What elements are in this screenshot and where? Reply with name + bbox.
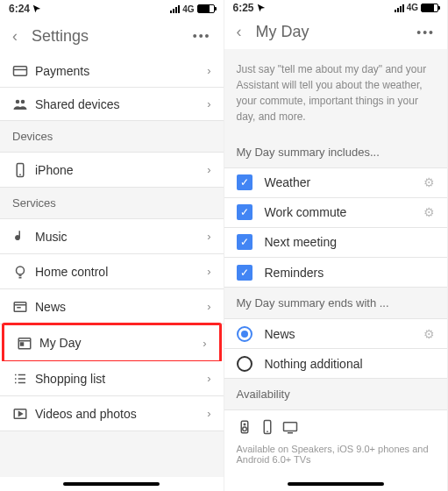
availability-icons <box>224 410 448 444</box>
section-devices: Devices <box>0 121 224 153</box>
header: ‹ My Day ••• <box>224 16 448 49</box>
list-icon <box>12 371 35 387</box>
section-includes: My Day summary includes... <box>224 137 448 168</box>
chevron-icon: › <box>207 265 210 278</box>
battery-icon <box>421 4 438 12</box>
gear-icon[interactable]: ⚙ <box>423 205 435 219</box>
row-shared-devices[interactable]: Shared devices › <box>0 88 224 121</box>
header: ‹ Settings ••• <box>0 18 224 54</box>
row-label: Home control <box>35 265 207 279</box>
checkbox-checked[interactable]: ✓ <box>237 174 252 190</box>
row-music[interactable]: Music › <box>0 219 224 254</box>
svg-point-24 <box>242 427 246 431</box>
signal-icon <box>395 4 404 12</box>
more-button[interactable]: ••• <box>193 29 211 43</box>
location-icon <box>32 4 41 13</box>
row-label: News <box>265 327 424 341</box>
tv-icon <box>282 419 298 435</box>
time: 6:24 <box>9 3 30 15</box>
status-bar: 6:24 4G <box>0 0 224 18</box>
location-icon <box>257 4 266 12</box>
row-label: Videos and photos <box>35 407 207 421</box>
chevron-icon: › <box>207 300 210 313</box>
help-text: Just say "tell me about my day" and your… <box>224 49 448 137</box>
chevron-icon: › <box>207 407 210 420</box>
phone-icon <box>260 419 275 435</box>
time: 6:25 <box>233 2 254 14</box>
row-news[interactable]: News › <box>0 289 224 324</box>
row-label: Payments <box>35 64 207 78</box>
more-button[interactable]: ••• <box>416 25 435 39</box>
row-weather[interactable]: ✓ Weather ⚙ <box>224 168 448 198</box>
back-button[interactable]: ‹ <box>12 27 18 46</box>
row-nothing-radio[interactable]: Nothing additional <box>224 349 448 379</box>
chevron-icon: › <box>207 230 210 243</box>
chevron-icon: › <box>203 337 206 350</box>
page-title: My Day <box>256 23 403 41</box>
radio-selected[interactable] <box>237 326 252 342</box>
svg-point-3 <box>21 99 25 103</box>
row-label: Nothing additional <box>265 357 436 371</box>
network-label: 4G <box>182 4 194 14</box>
gear-icon[interactable]: ⚙ <box>423 175 435 189</box>
row-label: Next meeting <box>265 235 436 249</box>
settings-screen: 6:24 4G ‹ Settings ••• Payments › Shared… <box>0 0 224 491</box>
battery-icon <box>197 4 215 13</box>
radio-unselected[interactable] <box>237 356 252 372</box>
checkbox-checked[interactable]: ✓ <box>237 265 252 281</box>
highlight-box: My Day › <box>2 323 222 363</box>
chevron-icon: › <box>207 64 210 77</box>
row-label: Weather <box>265 175 424 189</box>
network-label: 4G <box>407 3 418 12</box>
svg-point-2 <box>16 99 20 103</box>
row-payments[interactable]: Payments › <box>0 54 224 88</box>
row-videos[interactable]: Videos and photos › <box>0 396 224 431</box>
svg-rect-27 <box>283 423 296 431</box>
page-title: Settings <box>32 27 179 46</box>
gear-icon[interactable]: ⚙ <box>423 327 435 341</box>
row-home-control[interactable]: Home control › <box>0 254 224 289</box>
availability-text: Available on Speakers, iOS 9.0+ phones a… <box>224 444 448 477</box>
row-meeting[interactable]: ✓ Next meeting <box>224 228 448 258</box>
status-bar: 6:25 4G <box>224 0 448 16</box>
calendar-icon <box>17 335 39 351</box>
row-news-radio[interactable]: News ⚙ <box>224 319 448 349</box>
phone-icon <box>12 162 35 178</box>
spacer <box>0 431 224 477</box>
row-label: Shopping list <box>35 372 207 386</box>
bulb-icon <box>12 264 35 280</box>
row-commute[interactable]: ✓ Work commute ⚙ <box>224 198 448 228</box>
home-indicator[interactable] <box>288 482 384 486</box>
row-iphone[interactable]: iPhone › <box>0 153 224 188</box>
row-label: iPhone <box>35 163 207 177</box>
row-label: News <box>35 300 207 314</box>
svg-point-6 <box>17 267 25 274</box>
row-shopping[interactable]: Shopping list › <box>0 361 224 396</box>
row-reminders[interactable]: ✓ Reminders <box>224 258 448 288</box>
chevron-icon: › <box>207 97 210 110</box>
music-icon <box>12 229 35 245</box>
svg-rect-14 <box>21 343 24 345</box>
svg-point-23 <box>244 424 245 426</box>
row-label: Reminders <box>265 266 436 280</box>
people-icon <box>12 96 35 112</box>
chevron-icon: › <box>207 163 210 176</box>
chevron-icon: › <box>207 372 210 385</box>
speaker-icon <box>237 419 252 435</box>
row-label: Work commute <box>265 205 424 219</box>
svg-rect-0 <box>14 66 27 75</box>
back-button[interactable]: ‹ <box>237 23 242 41</box>
row-my-day[interactable]: My Day › <box>4 325 219 360</box>
home-indicator[interactable] <box>63 482 160 486</box>
section-ends: My Day summary ends with ... <box>224 288 448 319</box>
payments-icon <box>12 63 35 79</box>
section-services: Services <box>0 188 224 219</box>
checkbox-checked[interactable]: ✓ <box>237 234 252 250</box>
section-availability: Availability <box>224 379 448 410</box>
checkbox-checked[interactable]: ✓ <box>237 204 252 220</box>
signal-icon <box>170 4 180 13</box>
play-icon <box>12 406 35 422</box>
myday-screen: 6:25 4G ‹ My Day ••• Just say "tell me a… <box>224 0 449 491</box>
row-label: Music <box>35 230 207 244</box>
row-label: My Day <box>39 336 203 350</box>
